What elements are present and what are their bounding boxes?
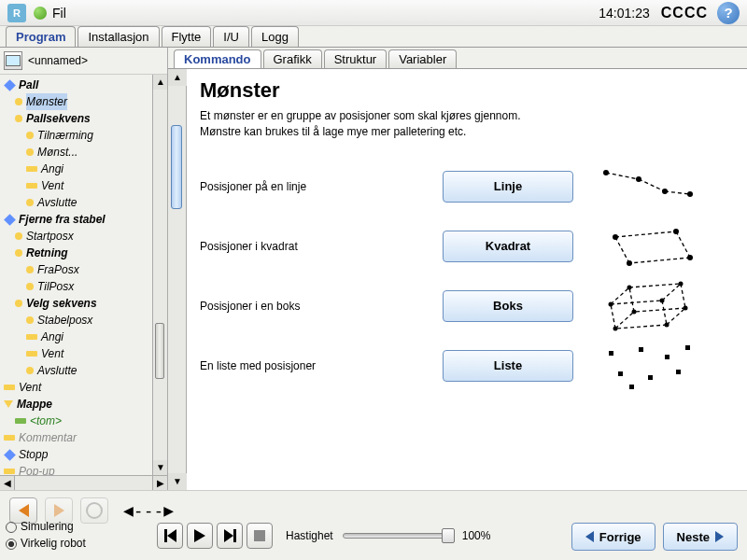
scroll-left-icon[interactable]: ◀ (0, 476, 15, 490)
status-cccc: CCCC (661, 5, 708, 21)
svg-point-30 (613, 326, 618, 330)
svg-rect-42 (629, 385, 634, 389)
next-button[interactable]: Neste (663, 523, 738, 551)
svg-line-26 (615, 312, 634, 329)
svg-point-34 (632, 309, 637, 314)
speed-value: 100% (462, 529, 491, 542)
liste-button[interactable]: Liste (443, 350, 573, 382)
right-pane: Kommando Grafikk Struktur Variabler ▲ ▼ … (168, 48, 747, 490)
svg-line-22 (629, 287, 634, 312)
svg-rect-40 (648, 375, 653, 380)
scroll-thumb[interactable] (155, 323, 164, 379)
scroll-thumb[interactable] (171, 125, 182, 209)
svg-line-2 (665, 191, 690, 194)
svg-line-19 (629, 284, 681, 287)
clock: 14:01:23 (599, 6, 650, 21)
svg-line-21 (634, 308, 685, 312)
skip-fwd-button[interactable] (217, 523, 243, 549)
svg-point-4 (636, 176, 641, 182)
tab-program[interactable]: Program (6, 26, 76, 47)
svg-line-25 (667, 308, 685, 325)
tab-struktur[interactable]: Struktur (324, 49, 388, 68)
content-vscroll[interactable]: ▲ ▼ (168, 69, 187, 490)
svg-point-33 (684, 305, 688, 310)
save-icon[interactable] (4, 51, 22, 70)
main-tabs: Program Installasjon Flytte I/U Logg (0, 26, 747, 47)
radio-simulering[interactable]: Simulering (6, 518, 86, 535)
program-tree[interactable]: Pall Mønster Pallsekvens Tilnærming Møns… (0, 75, 152, 475)
row-label-linje: Posisjoner på en linje (200, 180, 443, 193)
linje-icon (592, 159, 704, 215)
sub-tabs: Kommando Grafikk Struktur Variabler (168, 49, 747, 68)
svg-line-23 (611, 287, 629, 304)
svg-point-29 (665, 322, 669, 327)
speed-slider[interactable] (343, 533, 455, 539)
scroll-down-icon[interactable]: ▼ (168, 473, 187, 490)
radio-virkelig[interactable]: Virkelig robot (6, 535, 86, 552)
scroll-right-icon[interactable]: ▶ (152, 476, 167, 490)
top-bar: R Fil 14:01:23 CCCC ? (0, 0, 747, 26)
svg-line-20 (681, 284, 685, 308)
svg-point-27 (609, 301, 613, 306)
content-panel: Mønster Et mønster er en gruppe av posis… (187, 69, 747, 490)
svg-line-9 (629, 258, 690, 263)
status-dot-icon (34, 7, 47, 20)
scroll-down-icon[interactable]: ▼ (153, 460, 167, 475)
row-label-liste: En liste med posisjoner (200, 359, 443, 372)
page-title: Mønster (200, 78, 734, 103)
svg-line-15 (611, 301, 662, 304)
svg-line-16 (662, 301, 667, 325)
speed-label: Hastighet (286, 529, 333, 542)
svg-rect-41 (676, 370, 681, 374)
svg-line-10 (615, 237, 629, 263)
liste-icon (592, 338, 704, 394)
file-menu[interactable]: Fil (52, 6, 66, 21)
play-button[interactable] (187, 523, 213, 549)
svg-rect-38 (685, 345, 690, 350)
tree-vscroll[interactable]: ▲ ▼ (152, 75, 167, 475)
svg-point-6 (687, 191, 693, 197)
svg-point-5 (662, 189, 668, 194)
mode-radios: Simulering Virkelig robot (6, 518, 86, 552)
svg-line-8 (676, 231, 690, 258)
svg-point-31 (627, 285, 632, 289)
row-label-boks: Posisjoner i en boks (200, 300, 443, 313)
tab-flytte[interactable]: Flytte (162, 26, 212, 47)
boks-button[interactable]: Boks (443, 290, 573, 322)
file-bar: <unnamed> (0, 48, 167, 75)
svg-rect-37 (665, 355, 669, 359)
step-selector[interactable]: ◀---▶ (123, 500, 174, 520)
scroll-up-icon[interactable]: ▲ (168, 69, 187, 86)
svg-point-32 (679, 281, 684, 286)
svg-point-28 (660, 298, 665, 302)
tab-logg[interactable]: Logg (251, 26, 299, 47)
svg-line-7 (615, 231, 676, 237)
prev-button[interactable]: Forrige (571, 523, 655, 551)
svg-line-24 (662, 284, 681, 301)
svg-line-18 (611, 304, 615, 329)
svg-line-17 (615, 325, 667, 329)
tab-iu[interactable]: I/U (213, 26, 249, 47)
svg-line-1 (639, 179, 665, 191)
tab-grafikk[interactable]: Grafikk (263, 49, 322, 68)
linje-button[interactable]: Linje (443, 171, 573, 203)
tab-kommando[interactable]: Kommando (174, 49, 261, 68)
scroll-up-icon[interactable]: ▲ (153, 75, 167, 90)
svg-rect-35 (609, 351, 613, 356)
svg-line-0 (606, 173, 639, 179)
svg-point-12 (673, 229, 679, 234)
svg-point-14 (627, 260, 632, 266)
stop-button[interactable] (247, 523, 273, 549)
tree-hscroll[interactable]: ◀ ▶ (0, 475, 167, 490)
kvadrat-button[interactable]: Kvadrat (443, 231, 573, 262)
page-description: Et mønster er en gruppe av posisjoner so… (200, 108, 734, 140)
svg-point-3 (603, 170, 609, 175)
svg-point-11 (613, 234, 618, 240)
tab-installasjon[interactable]: Installasjon (78, 26, 159, 47)
skip-back-button[interactable] (157, 523, 183, 549)
row-label-kvadrat: Posisjoner i kvadrat (200, 240, 443, 253)
left-pane: <unnamed> Pall Mønster Pallsekvens Tilnæ… (0, 48, 168, 490)
slider-handle[interactable] (442, 528, 455, 543)
tab-variabler[interactable]: Variabler (388, 49, 457, 68)
help-icon[interactable]: ? (717, 2, 740, 24)
